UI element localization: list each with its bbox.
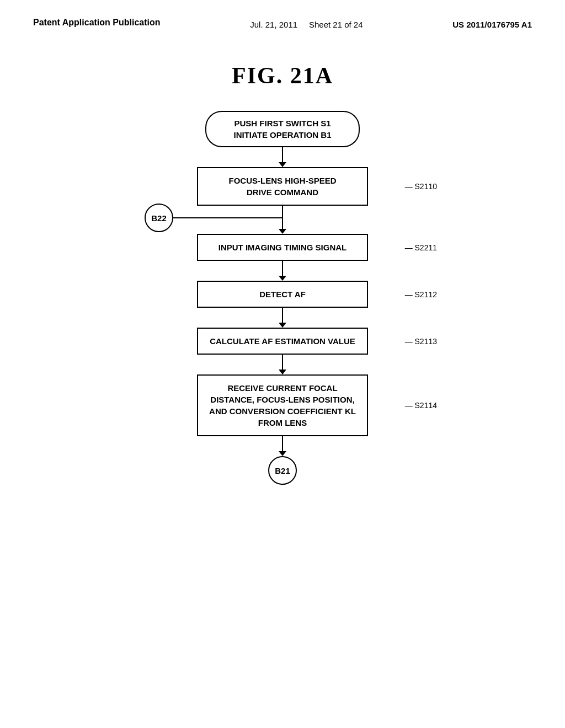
arrow-2 (128, 261, 437, 281)
b22-node: B22 (145, 204, 173, 232)
page-header: Patent Application Publication Jul. 21, … (0, 0, 565, 29)
publication-label: Patent Application Publication (33, 18, 161, 28)
step-s2112-label: — S2112 (405, 290, 437, 299)
step-s2110-label: — S2110 (405, 182, 437, 191)
step-s2112-line1: DETECT AF (259, 290, 306, 299)
header-center-info: Jul. 21, 2011 Sheet 21 of 24 (250, 18, 363, 29)
step-s2113-line1: CALCULATE AF ESTIMATION VALUE (210, 336, 355, 346)
step-s2112-row: DETECT AF — S2112 (128, 281, 437, 308)
step-s2211-row: INPUT IMAGING TIMING SIGNAL — S2211 (128, 234, 437, 261)
step-s2114-line2: DISTANCE, FOCUS-LENS POSITION, (210, 395, 354, 404)
b22-circle: B22 (145, 204, 173, 232)
b22-h-line-inner (173, 217, 282, 218)
header-sheet: Sheet 21 of 24 (309, 20, 363, 29)
figure-title: FIG. 21A (0, 62, 565, 89)
start-node-row: PUSH FIRST SWITCH S1 INITIATE OPERATION … (128, 111, 437, 147)
end-node-row: B21 (128, 456, 437, 485)
step-s2211-line1: INPUT IMAGING TIMING SIGNAL (218, 243, 347, 252)
step-s2114-box: RECEIVE CURRENT FOCAL DISTANCE, FOCUS-LE… (197, 374, 368, 436)
end-node-b21: B21 (268, 456, 297, 485)
step-s2110-row: FOCUS-LENS HIGH-SPEED DRIVE COMMAND — S2… (128, 167, 437, 206)
start-line1: PUSH FIRST SWITCH S1 (234, 119, 331, 128)
step-s2114-line3: AND CONVERSION COEFFICIENT KL (209, 406, 356, 416)
step-s2112-box: DETECT AF (197, 281, 368, 308)
step-s2110-line1: FOCUS-LENS HIGH-SPEED (228, 176, 336, 185)
step-s2110-box: FOCUS-LENS HIGH-SPEED DRIVE COMMAND (197, 167, 368, 206)
arrow-5 (128, 436, 437, 456)
header-left: Patent Application Publication (33, 18, 161, 28)
step-s2114-label: — S2114 (405, 401, 437, 410)
step-s2110-line2: DRIVE COMMAND (247, 188, 318, 197)
arrow-3 (128, 308, 437, 328)
end-node-label: B21 (275, 466, 290, 475)
start-line2: INITIATE OPERATION B1 (234, 130, 332, 140)
header-patent-number: US 2011/0176795 A1 (452, 18, 532, 29)
step-s2114-line1: RECEIVE CURRENT FOCAL (227, 383, 337, 393)
step-s2113-box: CALCULATE AF ESTIMATION VALUE (197, 328, 368, 355)
step-s2113-row: CALCULATE AF ESTIMATION VALUE — S2113 (128, 328, 437, 355)
arrow-1 (128, 147, 437, 167)
step-s2211-label: — S2211 (405, 243, 437, 252)
step-s2113-label: — S2113 (405, 337, 437, 346)
start-node: PUSH FIRST SWITCH S1 INITIATE OPERATION … (205, 111, 360, 147)
step-s2114-row: RECEIVE CURRENT FOCAL DISTANCE, FOCUS-LE… (128, 374, 437, 436)
step-s2211-box: INPUT IMAGING TIMING SIGNAL (197, 234, 368, 261)
arrow-4 (128, 355, 437, 374)
header-date: Jul. 21, 2011 (250, 20, 297, 29)
b22-horizontal-line (173, 217, 282, 218)
b22-connector-area: B22 (128, 206, 437, 230)
flowchart: PUSH FIRST SWITCH S1 INITIATE OPERATION … (128, 111, 437, 485)
step-s2114-line4: FROM LENS (258, 418, 307, 427)
